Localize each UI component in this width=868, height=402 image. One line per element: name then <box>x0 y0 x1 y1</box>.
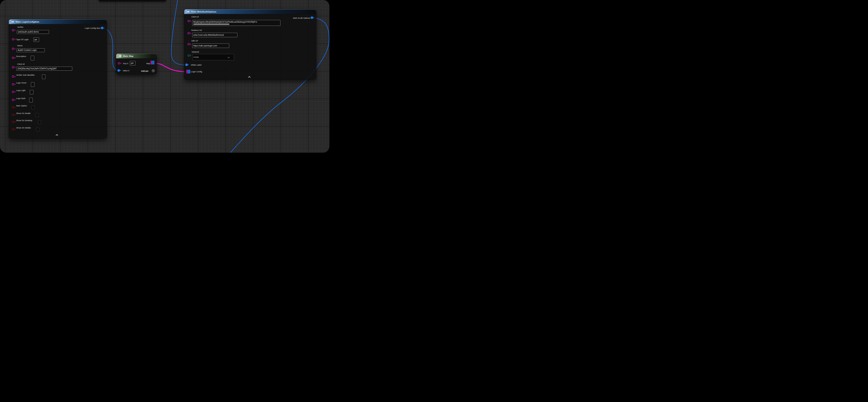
description-pin[interactable] <box>12 57 16 59</box>
white-label-label: White Label <box>191 64 202 66</box>
client-id-label: Client Id <box>17 63 25 65</box>
name-input[interactable]: Auth0 Custom Login <box>17 48 45 52</box>
verifier-sub-identifier-label: Verifier Sub Identifier <box>16 74 35 76</box>
description-input[interactable] <box>31 56 34 60</box>
key-0-input[interactable]: jwt <box>130 61 135 65</box>
dropdown-chevron-icon <box>228 56 230 58</box>
login-config-item-label: Login Config Item <box>85 27 100 29</box>
verifier-sub-identifier-pin[interactable] <box>12 75 16 78</box>
client-id-value: BEglQSgt4cUWcj6SKRdu5QkOXTsePmMcusG5EAoy… <box>193 21 257 23</box>
name-pin[interactable] <box>12 48 16 50</box>
show-on-desktop-checkbox[interactable] <box>38 120 41 124</box>
make-struct-icon <box>10 20 14 23</box>
collapse-node-chevron-icon[interactable] <box>56 134 58 136</box>
main-option-pin[interactable] <box>12 106 16 109</box>
node-make-web3authoptions[interactable]: Make Web3AuthOptions Client Id BEglQSgt4… <box>184 9 316 80</box>
sdk-url-label: Sdk Url <box>191 39 198 42</box>
web3auth-options-out-pin[interactable] <box>311 17 314 19</box>
logo-light-pin[interactable] <box>12 91 16 93</box>
type-of-login-label: Type Of Login <box>16 38 29 40</box>
verifier-pin[interactable] <box>12 29 16 32</box>
show-on-mobile-label: Show On Mobile <box>16 126 31 129</box>
client-id-input[interactable]: 294QRkchfq2YaXUbPri7D6PH7xzHgQMT <box>17 67 72 70</box>
client-id-pin[interactable] <box>12 66 16 69</box>
client-id-horizontal-scrollbar[interactable] <box>193 24 229 25</box>
blueprint-editor: Make LoginConfigItem Verifier web3auth-a… <box>0 0 330 153</box>
redirect-url-input[interactable]: w3a://com.w3a.Web3AuthUnreal <box>192 33 237 37</box>
node-header-make-web3authoptions[interactable]: Make Web3AuthOptions <box>184 9 316 14</box>
logo-light-label: Logo Light <box>16 89 25 91</box>
make-map-icon <box>118 55 122 57</box>
network-pin[interactable] <box>188 54 191 57</box>
node-title: Make Web3AuthOptions <box>191 10 216 13</box>
verifier-sub-identifier-input[interactable] <box>42 75 45 79</box>
node-header-make-map[interactable]: Make Map <box>116 54 157 58</box>
logo-dark-pin[interactable] <box>12 98 16 101</box>
main-option-label: Main Option <box>16 105 27 107</box>
add-pin-icon[interactable] <box>152 69 155 72</box>
client-id-input[interactable]: BEglQSgt4cUWcj6SKRdu5QkOXTsePmMcusG5EAoy… <box>192 20 280 26</box>
verifier-label: Verifier <box>17 26 24 28</box>
value-0-label: Value 0 <box>123 69 129 72</box>
logo-hover-input[interactable] <box>31 82 34 87</box>
type-of-login-pin[interactable] <box>12 38 16 41</box>
value-0-pin[interactable] <box>117 69 121 72</box>
offscreen-node-bottom-edge <box>98 0 166 1</box>
node-title: Make Map <box>123 55 133 57</box>
collapse-node-chevron-icon[interactable] <box>248 76 250 78</box>
show-on-desktop-label: Show On Desktop <box>16 119 32 121</box>
node-header-make-loginconfigitem[interactable]: Make LoginConfigItem <box>9 19 107 24</box>
description-label: Description <box>16 55 26 57</box>
logo-light-input[interactable] <box>30 90 33 94</box>
redirect-url-label: Redirect Url <box>191 29 202 31</box>
login-config-pin[interactable] <box>187 70 190 74</box>
add-pin-label[interactable]: Add pin <box>141 70 148 72</box>
map-out-label: Map <box>147 62 150 64</box>
sdk-url-input[interactable]: https://sdk.openlogin.com <box>192 44 229 48</box>
name-label: Name <box>17 45 23 47</box>
show-on-modal-checkbox[interactable] <box>35 113 39 117</box>
graph-canvas[interactable]: Make LoginConfigItem Verifier web3auth-a… <box>0 0 330 153</box>
login-config-label: Login Config <box>191 70 202 73</box>
node-title: Make LoginConfigItem <box>16 21 39 23</box>
white-label-pin[interactable] <box>185 63 189 66</box>
logo-dark-input[interactable] <box>29 98 33 103</box>
node-make-loginconfigitem[interactable]: Make LoginConfigItem Verifier web3auth-a… <box>9 19 107 138</box>
main-option-checkbox[interactable] <box>32 106 35 109</box>
logo-dark-label: Logo Dark <box>16 97 25 99</box>
wire-top-to-white-label[interactable] <box>172 0 186 65</box>
web3auth-options-label: Web 3Auth Options <box>293 17 310 19</box>
show-on-desktop-pin[interactable] <box>12 121 16 123</box>
show-on-mobile-checkbox[interactable] <box>36 127 39 132</box>
logo-hover-pin[interactable] <box>12 83 16 86</box>
network-label: Network <box>192 51 199 53</box>
key-0-label: Key 0 <box>123 62 128 64</box>
login-config-item-out-pin[interactable] <box>101 27 104 29</box>
node-make-map[interactable]: Make Map Key 0 jwt Map Value 0 Add pin <box>116 54 157 74</box>
show-on-mobile-pin[interactable] <box>12 128 16 131</box>
make-struct-icon <box>186 10 190 13</box>
redirect-url-pin[interactable] <box>188 32 191 35</box>
key-0-pin[interactable] <box>118 62 121 65</box>
client-id-label: Client Id <box>191 16 199 18</box>
client-id-pin[interactable] <box>188 20 191 23</box>
show-on-modal-pin[interactable] <box>12 114 16 116</box>
show-on-modal-label: Show On Modal <box>16 112 30 114</box>
network-selected-value: CYAN <box>193 56 198 58</box>
map-out-pin[interactable] <box>151 61 154 64</box>
sdk-url-pin[interactable] <box>188 43 191 46</box>
verifier-input[interactable]: web3auth-auth0-demo <box>17 30 49 34</box>
type-of-login-input[interactable]: jwt <box>33 37 39 42</box>
logo-hover-label: Logo Hover <box>16 82 27 84</box>
network-dropdown[interactable]: CYAN <box>192 54 234 60</box>
